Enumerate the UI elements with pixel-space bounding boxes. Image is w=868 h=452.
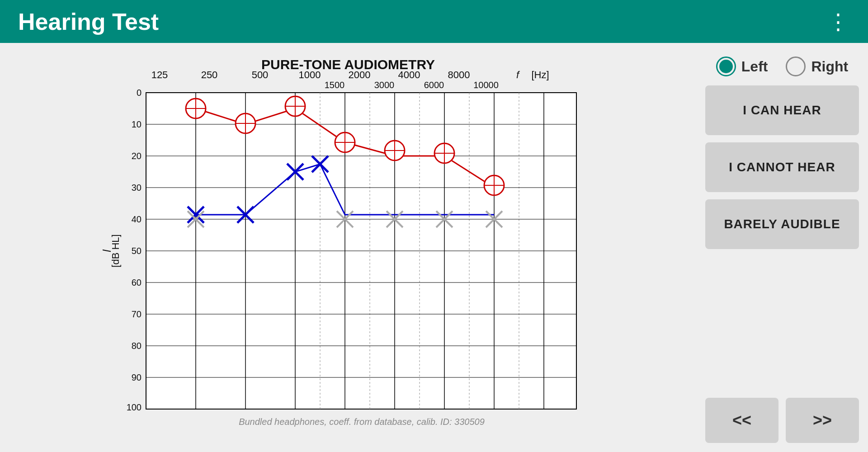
nav-buttons: << >> bbox=[705, 393, 859, 443]
svg-text:10: 10 bbox=[132, 119, 142, 129]
right-ear-label: Right bbox=[811, 58, 848, 75]
svg-text:0: 0 bbox=[137, 88, 142, 98]
svg-text:8000: 8000 bbox=[448, 69, 470, 80]
left-ear-option[interactable]: Left bbox=[716, 56, 768, 76]
can-hear-button[interactable]: I CAN HEAR bbox=[705, 85, 859, 135]
svg-text:100: 100 bbox=[127, 402, 142, 412]
menu-icon[interactable]: ⋮ bbox=[827, 9, 850, 34]
right-ear-radio[interactable] bbox=[786, 56, 806, 76]
svg-text:90: 90 bbox=[132, 372, 142, 382]
chart-footer: Bundled headphones, coeff. from database… bbox=[239, 417, 485, 427]
svg-text:4000: 4000 bbox=[398, 69, 420, 80]
svg-text:1500: 1500 bbox=[325, 80, 345, 90]
cannot-hear-button[interactable]: I CANNOT HEAR bbox=[705, 142, 859, 192]
app-header: Hearing Test ⋮ bbox=[0, 0, 868, 43]
svg-text:500: 500 bbox=[252, 69, 269, 80]
audiogram-container: PURE-TONE AUDIOMETRY 125 250 500 1000 20… bbox=[93, 52, 604, 432]
sidebar: Left Right I CAN HEAR I CANNOT HEAR BARE… bbox=[696, 43, 868, 452]
svg-text:20: 20 bbox=[132, 151, 142, 161]
svg-text:125: 125 bbox=[151, 69, 168, 80]
svg-text:30: 30 bbox=[132, 183, 142, 193]
audiogram-svg: PURE-TONE AUDIOMETRY 125 250 500 1000 20… bbox=[93, 52, 604, 432]
right-ear-option[interactable]: Right bbox=[786, 56, 848, 76]
ear-selector: Left Right bbox=[705, 56, 859, 76]
svg-text:10000: 10000 bbox=[473, 80, 499, 90]
app-title: Hearing Test bbox=[18, 8, 159, 35]
svg-text:[Hz]: [Hz] bbox=[531, 69, 549, 80]
prev-button[interactable]: << bbox=[705, 398, 778, 443]
svg-text:50: 50 bbox=[132, 246, 142, 256]
svg-text:1000: 1000 bbox=[299, 69, 321, 80]
chart-area: PURE-TONE AUDIOMETRY 125 250 500 1000 20… bbox=[0, 43, 696, 452]
svg-text:60: 60 bbox=[132, 278, 142, 287]
svg-text:[dB HL]: [dB HL] bbox=[110, 234, 121, 267]
svg-text:70: 70 bbox=[132, 309, 142, 319]
svg-text:f: f bbox=[516, 69, 520, 80]
svg-text:6000: 6000 bbox=[424, 80, 444, 90]
svg-text:40: 40 bbox=[132, 214, 142, 224]
left-ear-label: Left bbox=[741, 58, 768, 75]
main-content: PURE-TONE AUDIOMETRY 125 250 500 1000 20… bbox=[0, 43, 868, 452]
barely-audible-button[interactable]: BARELY AUDIBLE bbox=[705, 199, 859, 249]
svg-text:2000: 2000 bbox=[349, 69, 371, 80]
left-ear-radio[interactable] bbox=[716, 56, 736, 76]
svg-text:3000: 3000 bbox=[374, 80, 395, 90]
next-button[interactable]: >> bbox=[786, 398, 859, 443]
svg-text:80: 80 bbox=[132, 341, 142, 351]
svg-text:250: 250 bbox=[201, 69, 218, 80]
